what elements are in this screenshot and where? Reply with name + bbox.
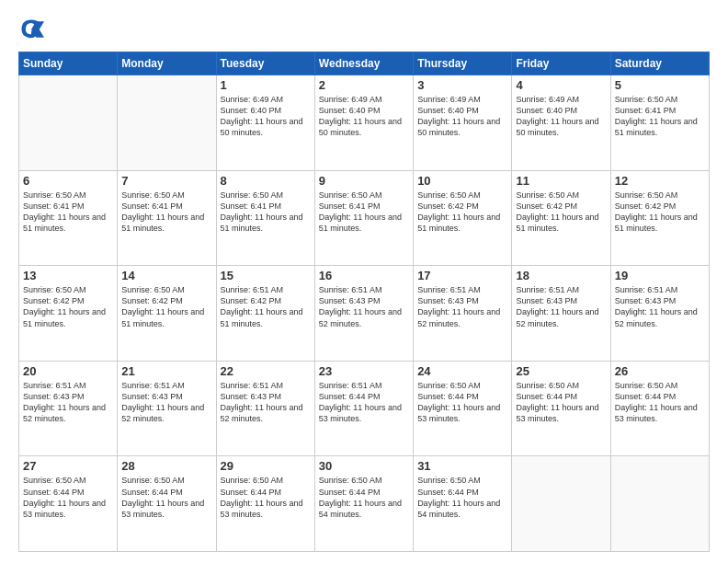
cell-info: Sunrise: 6:51 AM Sunset: 6:43 PM Dayligh… <box>121 380 211 425</box>
header <box>18 17 710 42</box>
cell-info: Sunrise: 6:50 AM Sunset: 6:44 PM Dayligh… <box>221 475 311 520</box>
cell-info: Sunrise: 6:49 AM Sunset: 6:40 PM Dayligh… <box>417 94 507 139</box>
logo <box>18 17 48 42</box>
day-number: 17 <box>417 269 507 282</box>
cell-info: Sunrise: 6:51 AM Sunset: 6:43 PM Dayligh… <box>615 284 705 329</box>
weekday-header: Sunday <box>19 52 118 75</box>
day-number: 24 <box>417 364 507 378</box>
cell-info: Sunrise: 6:50 AM Sunset: 6:44 PM Dayligh… <box>23 475 113 520</box>
calendar-cell: 4Sunrise: 6:49 AM Sunset: 6:40 PM Daylig… <box>512 75 610 171</box>
calendar-cell: 30Sunrise: 6:50 AM Sunset: 6:44 PM Dayli… <box>314 456 413 552</box>
weekday-header: Monday <box>118 52 216 75</box>
cell-info: Sunrise: 6:49 AM Sunset: 6:40 PM Dayligh… <box>319 94 409 139</box>
calendar-cell: 16Sunrise: 6:51 AM Sunset: 6:43 PM Dayli… <box>314 266 413 362</box>
calendar-cell: 13Sunrise: 6:50 AM Sunset: 6:42 PM Dayli… <box>19 266 118 362</box>
cell-info: Sunrise: 6:50 AM Sunset: 6:42 PM Dayligh… <box>121 284 211 329</box>
calendar-week-row: 20Sunrise: 6:51 AM Sunset: 6:43 PM Dayli… <box>19 361 710 456</box>
day-number: 13 <box>23 269 113 282</box>
calendar-cell: 19Sunrise: 6:51 AM Sunset: 6:43 PM Dayli… <box>610 266 709 362</box>
weekday-header: Friday <box>512 52 610 75</box>
day-number: 25 <box>516 364 606 378</box>
day-number: 29 <box>221 459 311 473</box>
calendar-cell: 24Sunrise: 6:50 AM Sunset: 6:44 PM Dayli… <box>414 361 512 456</box>
weekday-header: Wednesday <box>314 52 413 75</box>
day-number: 28 <box>121 459 211 473</box>
day-number: 11 <box>516 174 606 188</box>
cell-info: Sunrise: 6:50 AM Sunset: 6:41 PM Dayligh… <box>319 190 409 235</box>
cell-info: Sunrise: 6:51 AM Sunset: 6:43 PM Dayligh… <box>319 284 409 329</box>
calendar-week-row: 1Sunrise: 6:49 AM Sunset: 6:40 PM Daylig… <box>19 75 710 171</box>
calendar-cell: 11Sunrise: 6:50 AM Sunset: 6:42 PM Dayli… <box>512 170 610 266</box>
cell-info: Sunrise: 6:50 AM Sunset: 6:42 PM Dayligh… <box>23 284 113 329</box>
cell-info: Sunrise: 6:50 AM Sunset: 6:42 PM Dayligh… <box>615 190 705 235</box>
calendar-cell: 7Sunrise: 6:50 AM Sunset: 6:41 PM Daylig… <box>118 170 216 266</box>
cell-info: Sunrise: 6:50 AM Sunset: 6:44 PM Dayligh… <box>417 475 507 520</box>
day-number: 21 <box>121 364 211 378</box>
cell-info: Sunrise: 6:51 AM Sunset: 6:42 PM Dayligh… <box>221 284 311 329</box>
calendar-cell <box>19 75 118 171</box>
page: SundayMondayTuesdayWednesdayThursdayFrid… <box>0 0 728 563</box>
cell-info: Sunrise: 6:50 AM Sunset: 6:44 PM Dayligh… <box>417 380 507 425</box>
calendar-cell <box>610 456 709 552</box>
weekday-header: Saturday <box>610 52 709 75</box>
calendar-cell: 10Sunrise: 6:50 AM Sunset: 6:42 PM Dayli… <box>414 170 512 266</box>
cell-info: Sunrise: 6:49 AM Sunset: 6:40 PM Dayligh… <box>221 94 311 139</box>
day-number: 4 <box>516 78 606 92</box>
calendar-week-row: 6Sunrise: 6:50 AM Sunset: 6:41 PM Daylig… <box>19 170 710 266</box>
day-number: 9 <box>319 174 409 188</box>
calendar-cell: 20Sunrise: 6:51 AM Sunset: 6:43 PM Dayli… <box>19 361 118 456</box>
calendar-cell: 8Sunrise: 6:50 AM Sunset: 6:41 PM Daylig… <box>216 170 314 266</box>
calendar-cell: 18Sunrise: 6:51 AM Sunset: 6:43 PM Dayli… <box>512 266 610 362</box>
day-number: 26 <box>615 364 705 378</box>
cell-info: Sunrise: 6:50 AM Sunset: 6:41 PM Dayligh… <box>121 190 211 235</box>
calendar-table: SundayMondayTuesdayWednesdayThursdayFrid… <box>18 52 710 552</box>
cell-info: Sunrise: 6:50 AM Sunset: 6:42 PM Dayligh… <box>417 190 507 235</box>
cell-info: Sunrise: 6:51 AM Sunset: 6:43 PM Dayligh… <box>221 380 311 425</box>
day-number: 3 <box>417 78 507 92</box>
day-number: 23 <box>319 364 409 378</box>
cell-info: Sunrise: 6:49 AM Sunset: 6:40 PM Dayligh… <box>516 94 606 139</box>
cell-info: Sunrise: 6:50 AM Sunset: 6:44 PM Dayligh… <box>319 475 409 520</box>
calendar-cell: 28Sunrise: 6:50 AM Sunset: 6:44 PM Dayli… <box>118 456 216 552</box>
calendar-cell: 25Sunrise: 6:50 AM Sunset: 6:44 PM Dayli… <box>512 361 610 456</box>
day-number: 1 <box>221 78 311 92</box>
calendar-cell <box>118 75 216 171</box>
logo-icon <box>18 17 44 42</box>
calendar-cell: 3Sunrise: 6:49 AM Sunset: 6:40 PM Daylig… <box>414 75 512 171</box>
calendar-cell: 23Sunrise: 6:51 AM Sunset: 6:44 PM Dayli… <box>314 361 413 456</box>
day-number: 14 <box>121 269 211 282</box>
calendar-cell: 9Sunrise: 6:50 AM Sunset: 6:41 PM Daylig… <box>314 170 413 266</box>
day-number: 20 <box>23 364 113 378</box>
calendar-week-row: 27Sunrise: 6:50 AM Sunset: 6:44 PM Dayli… <box>19 456 710 552</box>
cell-info: Sunrise: 6:50 AM Sunset: 6:44 PM Dayligh… <box>121 475 211 520</box>
cell-info: Sunrise: 6:51 AM Sunset: 6:43 PM Dayligh… <box>23 380 113 425</box>
day-number: 2 <box>319 78 409 92</box>
day-number: 31 <box>417 459 507 473</box>
calendar-cell: 17Sunrise: 6:51 AM Sunset: 6:43 PM Dayli… <box>414 266 512 362</box>
day-number: 19 <box>615 269 705 282</box>
day-number: 8 <box>221 174 311 188</box>
weekday-header: Thursday <box>414 52 512 75</box>
calendar-cell: 31Sunrise: 6:50 AM Sunset: 6:44 PM Dayli… <box>414 456 512 552</box>
day-number: 30 <box>319 459 409 473</box>
weekday-header: Tuesday <box>216 52 314 75</box>
cell-info: Sunrise: 6:51 AM Sunset: 6:43 PM Dayligh… <box>516 284 606 329</box>
cell-info: Sunrise: 6:50 AM Sunset: 6:42 PM Dayligh… <box>516 190 606 235</box>
cell-info: Sunrise: 6:51 AM Sunset: 6:43 PM Dayligh… <box>417 284 507 329</box>
cell-info: Sunrise: 6:50 AM Sunset: 6:41 PM Dayligh… <box>221 190 311 235</box>
cell-info: Sunrise: 6:50 AM Sunset: 6:41 PM Dayligh… <box>23 190 113 235</box>
calendar-cell: 14Sunrise: 6:50 AM Sunset: 6:42 PM Dayli… <box>118 266 216 362</box>
calendar-week-row: 13Sunrise: 6:50 AM Sunset: 6:42 PM Dayli… <box>19 266 710 362</box>
day-number: 12 <box>615 174 705 188</box>
day-number: 27 <box>23 459 113 473</box>
day-number: 6 <box>23 174 113 188</box>
calendar-cell: 21Sunrise: 6:51 AM Sunset: 6:43 PM Dayli… <box>118 361 216 456</box>
calendar-cell: 29Sunrise: 6:50 AM Sunset: 6:44 PM Dayli… <box>216 456 314 552</box>
day-number: 5 <box>615 78 705 92</box>
cell-info: Sunrise: 6:50 AM Sunset: 6:44 PM Dayligh… <box>516 380 606 425</box>
weekday-header-row: SundayMondayTuesdayWednesdayThursdayFrid… <box>19 52 710 75</box>
cell-info: Sunrise: 6:50 AM Sunset: 6:44 PM Dayligh… <box>615 380 705 425</box>
calendar-cell: 22Sunrise: 6:51 AM Sunset: 6:43 PM Dayli… <box>216 361 314 456</box>
calendar-cell: 15Sunrise: 6:51 AM Sunset: 6:42 PM Dayli… <box>216 266 314 362</box>
calendar-cell: 1Sunrise: 6:49 AM Sunset: 6:40 PM Daylig… <box>216 75 314 171</box>
